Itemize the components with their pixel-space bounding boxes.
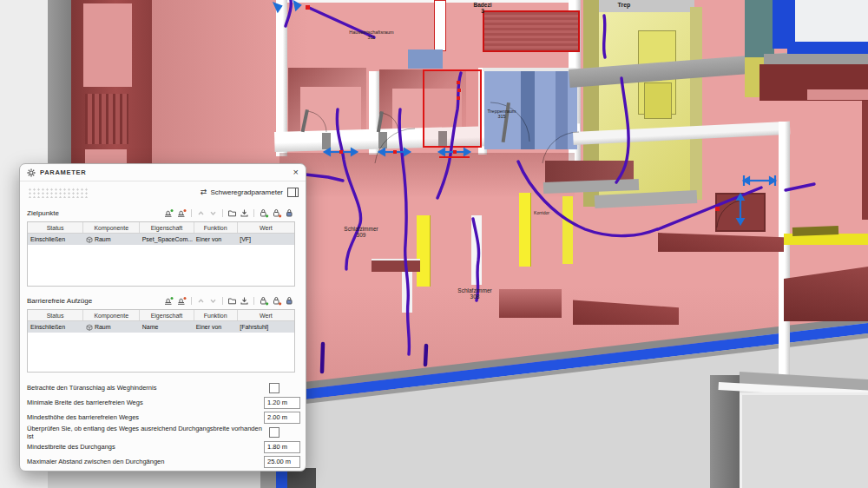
window-opening: [85, 149, 127, 163]
close-icon[interactable]: ×: [293, 168, 299, 177]
stair-top-face: [599, 0, 694, 12]
zielpunkte-table: Status Komponente Eigenschaft Funktion W…: [27, 221, 295, 287]
col-funktion: Funktion: [194, 222, 238, 233]
stair-inner-box: [644, 82, 672, 119]
lock-icon[interactable]: [285, 208, 295, 218]
option-label: Betrachte den Türanschlag als Weghindern…: [27, 384, 156, 392]
col-status: Status: [28, 222, 83, 233]
window-opening: [83, 3, 132, 87]
lock-remove-icon[interactable]: [272, 296, 282, 306]
aufzuege-toolbar: [163, 296, 295, 306]
option-label: Maximaler Abstand zwischen den Durchgäng…: [27, 458, 164, 465]
table-row[interactable]: Einschließen Raum Name Einer von [Fahrst…: [28, 321, 294, 333]
passage-min-width-field[interactable]: [264, 441, 300, 453]
doorway-dark: [715, 193, 766, 232]
stair-right-edge: [690, 7, 702, 200]
lower-floor-panel: [740, 392, 868, 488]
selected-roof-slab: [483, 10, 580, 52]
lock-add-icon[interactable]: [259, 296, 269, 306]
wall-top-edge: [276, 0, 576, 3]
glass-mullion: [521, 69, 535, 149]
wall-white: [471, 215, 482, 285]
teal-panel: [745, 0, 774, 59]
lock-add-icon[interactable]: [259, 208, 269, 218]
col-komponente: Komponente: [83, 310, 140, 320]
selected-wall-red: [434, 0, 446, 51]
olive-wedge-right: [792, 226, 838, 236]
table-empty-area[interactable]: [28, 333, 294, 372]
corridor-shadow: [279, 153, 575, 198]
maroon-ledge: [372, 259, 420, 272]
open-folder-icon[interactable]: [227, 296, 237, 306]
import-icon[interactable]: [240, 208, 249, 218]
maroon-ledge: [499, 289, 562, 318]
highlight-wall-yellow: [519, 193, 530, 267]
table-header-row: Status Komponente Eigenschaft Funktion W…: [28, 310, 294, 321]
table-header-row: Status Komponente Eigenschaft Funktion W…: [28, 222, 294, 234]
severity-parameter-label: Schweregradparameter: [210, 188, 283, 196]
option-label: Mindestbreite des Durchgangs: [27, 443, 115, 451]
option-row: Überprüfen Sie, ob entlang des Weges aus…: [20, 425, 306, 439]
option-label: Minimale Breite des barrierefreien Wegs: [27, 399, 143, 406]
lock-remove-icon[interactable]: [272, 208, 282, 218]
option-label: Mindesthöhe des barrierefreien Weges: [27, 413, 139, 421]
move-down-icon[interactable]: [208, 296, 218, 306]
options-list: Betrachte den Türanschlag als Weghindern…: [20, 380, 306, 469]
option-row: Minimale Breite des barrierefreien Wegs: [20, 395, 306, 410]
gear-icon: [27, 168, 36, 177]
table-empty-area[interactable]: [28, 245, 294, 286]
add-rule-icon[interactable]: [163, 296, 174, 306]
highlight-wall-yellow: [417, 215, 430, 287]
add-rule-icon[interactable]: [163, 208, 174, 218]
room-cube-icon: [86, 236, 93, 243]
severity-parameter-button[interactable]: ⇄ Schweregradparameter: [201, 188, 283, 196]
import-icon[interactable]: [240, 296, 249, 306]
table-row[interactable]: Einschließen Raum Pset_SpaceCom... Einer…: [28, 234, 294, 245]
parameter-dialog: PARAMETER × ⇄ Schweregradparameter Zielp…: [19, 163, 306, 472]
aufzuege-table: Status Komponente Eigenschaft Funktion W…: [27, 309, 295, 373]
door-slab: [378, 132, 387, 148]
move-down-icon[interactable]: [208, 208, 218, 218]
room-inner-floor: [300, 87, 361, 132]
option-row: Mindesthöhe des barrierefreien Weges: [20, 410, 306, 425]
room-cube-icon: [86, 324, 93, 331]
remove-rule-icon[interactable]: [176, 208, 187, 218]
col-komponente: Komponente: [83, 222, 140, 233]
zielpunkte-toolbar: [163, 208, 295, 218]
col-wert: Wert: [238, 310, 294, 320]
col-funktion: Funktion: [194, 310, 238, 320]
dialog-title: PARAMETER: [40, 168, 86, 176]
option-row: Maximaler Abstand zwischen den Durchgäng…: [20, 454, 306, 469]
col-status: Status: [28, 310, 83, 320]
col-eigenschaft: Eigenschaft: [140, 310, 194, 320]
lower-floor-wall-dark: [710, 375, 740, 488]
remove-rule-icon[interactable]: [176, 296, 187, 306]
move-up-icon[interactable]: [196, 296, 206, 306]
section-label-zielpunkte: Zielpunkte: [27, 209, 59, 217]
glass-panel-small: [408, 49, 443, 69]
option-row: Mindestbreite des Durchgangs: [20, 439, 306, 454]
section-label-aufzuege: Barrierefreie Aufzüge: [27, 297, 92, 305]
move-up-icon[interactable]: [196, 208, 206, 218]
min-height-field[interactable]: [264, 412, 300, 424]
open-folder-icon[interactable]: [227, 208, 237, 218]
option-row: Betrachte den Türanschlag als Weghindern…: [20, 380, 306, 395]
stair-slats: [85, 94, 128, 144]
door-slab: [322, 133, 331, 149]
min-width-field[interactable]: [264, 397, 300, 409]
pink-streak-topright: [807, 89, 868, 100]
col-eigenschaft: Eigenschaft: [140, 222, 194, 233]
door-swing-checkbox[interactable]: [269, 383, 279, 393]
highlight-wall-yellow: [562, 196, 573, 264]
option-label: Überprüfen Sie, ob entlang des Weges aus…: [27, 425, 269, 440]
selection-outline: [423, 69, 482, 148]
dialog-titlebar[interactable]: PARAMETER ×: [20, 164, 306, 181]
glass-frame: [483, 68, 577, 71]
lock-icon[interactable]: [285, 296, 295, 306]
glass-mullion: [556, 69, 568, 149]
panel-toggle-icon[interactable]: [287, 188, 299, 197]
passage-width-checkbox[interactable]: [269, 427, 279, 438]
white-area-topright: [795, 0, 868, 42]
max-distance-field[interactable]: [264, 456, 300, 468]
col-wert: Wert: [238, 222, 294, 233]
